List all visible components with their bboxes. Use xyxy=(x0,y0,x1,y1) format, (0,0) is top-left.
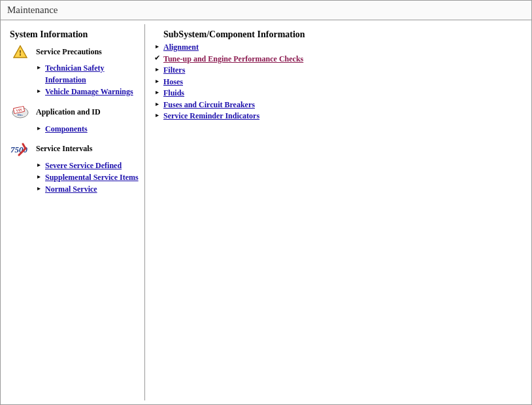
window-title: Maintenance xyxy=(7,5,58,15)
vin-disc-icon: VIN Disc. xyxy=(8,105,32,120)
sublist-item: Vehicle Damage Warnings xyxy=(37,86,141,97)
window-titlebar: Maintenance xyxy=(0,0,532,20)
sublist-service-intervals: Severe Service Defined Supplemental Serv… xyxy=(37,160,141,196)
link-components[interactable]: Components xyxy=(45,124,88,133)
link-filters[interactable]: Filters xyxy=(163,65,185,75)
sublist-item: Severe Service Defined xyxy=(37,160,141,171)
svg-text:Disc.: Disc. xyxy=(18,113,23,116)
subsystem-item: Fuses and Circuit Breakers xyxy=(153,99,521,111)
link-fuses[interactable]: Fuses and Circuit Breakers xyxy=(163,100,255,109)
category-label: Service Precautions xyxy=(36,47,102,57)
link-normal-service[interactable]: Normal Service xyxy=(45,185,97,194)
link-alignment[interactable]: Alignment xyxy=(163,43,199,52)
left-panel-title: System Information xyxy=(10,29,141,40)
interval-7500-icon: 7500 xyxy=(8,141,32,157)
category-service-precautions: ! Service Precautions xyxy=(8,44,141,60)
left-panel: System Information ! Service Precautions… xyxy=(5,24,145,400)
subsystem-item: Alignment xyxy=(153,41,521,53)
category-service-intervals: 7500 Service Intervals xyxy=(8,141,141,157)
link-hoses[interactable]: Hoses xyxy=(163,77,183,86)
category-label: Service Intervals xyxy=(36,144,92,154)
sublist-item: Technician Safety Information xyxy=(37,62,141,86)
subsystem-list: Alignment Tune-up and Engine Performance… xyxy=(153,41,521,122)
sublist-item: Supplemental Service Items xyxy=(37,171,141,183)
link-vehicle-damage[interactable]: Vehicle Damage Warnings xyxy=(45,87,133,96)
sublist-application-id: Components xyxy=(37,123,141,135)
subsystem-item: Filters xyxy=(153,64,521,76)
subsystem-item: Hoses xyxy=(153,76,521,88)
sublist-item: Components xyxy=(37,123,141,135)
right-panel: SubSystem/Component Information Alignmen… xyxy=(145,24,527,400)
link-severe-service[interactable]: Severe Service Defined xyxy=(45,161,122,170)
category-label: Application and ID xyxy=(36,107,101,117)
link-service-reminder[interactable]: Service Reminder Indicators xyxy=(163,111,259,120)
category-application-id: VIN Disc. Application and ID xyxy=(8,105,141,120)
subsystem-item: Service Reminder Indicators xyxy=(153,110,521,122)
sublist-item: Normal Service xyxy=(37,183,141,195)
subsystem-item: Tune-up and Engine Performance Checks xyxy=(153,53,521,65)
warning-icon: ! xyxy=(8,44,32,60)
sublist-service-precautions: Technician Safety Information Vehicle Da… xyxy=(37,62,141,98)
main-container: System Information ! Service Precautions… xyxy=(0,20,532,405)
subsystem-item: Fluids xyxy=(153,87,521,99)
link-fluids[interactable]: Fluids xyxy=(163,88,184,97)
link-technician-safety[interactable]: Technician Safety Information xyxy=(45,63,105,84)
right-panel-title: SubSystem/Component Information xyxy=(163,29,521,40)
svg-text:!: ! xyxy=(19,48,22,58)
link-supplemental-service[interactable]: Supplemental Service Items xyxy=(45,173,139,182)
link-tuneup[interactable]: Tune-up and Engine Performance Checks xyxy=(163,54,303,63)
